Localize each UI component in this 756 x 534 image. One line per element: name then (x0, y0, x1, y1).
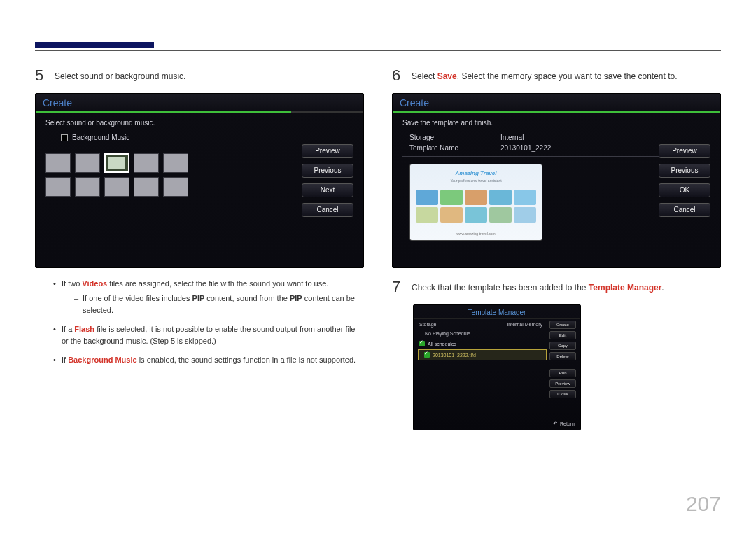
notes-list: If two Videos files are assigned, select… (35, 278, 364, 373)
template-name-label: Template Name (410, 144, 479, 152)
left-column: 5 Select sound or background music. Crea… (35, 66, 364, 492)
previous-button[interactable]: Previous (659, 164, 710, 178)
note-pip: If one of the video files includes PIP c… (74, 293, 364, 316)
preview-footer: www.amazing-travel.com (410, 232, 542, 236)
step-7: 7 Check that the template has been added… (392, 278, 721, 296)
storage-value: Internal (500, 134, 524, 141)
ok-button[interactable]: OK (659, 183, 710, 197)
progress-track (393, 111, 720, 113)
step-5-text: Select sound or background music. (55, 66, 186, 83)
preview-title: Amazing Travel (410, 170, 542, 176)
music-thumb[interactable] (75, 177, 100, 197)
tm-run-button[interactable]: Run (550, 369, 576, 377)
checkbox-label: Background Music (72, 134, 130, 141)
background-music-checkbox[interactable]: Background Music (61, 134, 354, 141)
storage-label: Storage (410, 134, 479, 141)
header-accent (35, 42, 154, 48)
step-7-number: 7 (392, 278, 403, 296)
right-column: 6 Select Save. Select the memory space y… (392, 66, 721, 492)
music-thumb[interactable] (134, 153, 159, 173)
step-7-text: Check that the template has been added t… (412, 278, 664, 294)
step-6-text: Select Save. Select the memory space you… (412, 66, 678, 83)
step-5-number: 5 (35, 66, 46, 85)
page-number: 207 (686, 492, 721, 516)
note-flash: If a Flash file is selected, it is not p… (53, 323, 364, 347)
tm-return[interactable]: Return (553, 421, 575, 427)
preview-subtitle: Your professional travel assistant (410, 178, 542, 183)
tm-close-button[interactable]: Close (550, 390, 576, 398)
music-thumb[interactable] (104, 177, 130, 197)
tm-storage-value: Internal Memory (507, 322, 542, 327)
music-thumb[interactable] (163, 177, 188, 197)
cancel-button[interactable]: Cancel (302, 203, 354, 217)
create-panel-save: Create Save the template and finish. Sto… (392, 93, 721, 268)
music-thumb[interactable] (75, 153, 100, 173)
preview-button[interactable]: Preview (302, 144, 354, 158)
panel-instruction: Save the template and finish. (402, 119, 710, 127)
template-manager-panel: Template Manager Storage Internal Memory… (413, 304, 581, 430)
previous-button[interactable]: Previous (302, 164, 354, 178)
note-bgmusic: If Background Music is enabled, the soun… (53, 354, 364, 366)
tm-storage-label: Storage (419, 322, 437, 327)
progress-fill (393, 111, 720, 113)
tm-selected-row[interactable]: 20130101_2222.tlfd (418, 349, 547, 360)
panel-title: Create (400, 97, 429, 108)
tm-create-button[interactable]: Create (550, 321, 576, 329)
tm-edit-button[interactable]: Edit (550, 331, 576, 339)
tm-file-name: 20130101_2222.tlfd (433, 353, 476, 358)
step-5: 5 Select sound or background music. (35, 66, 364, 85)
tm-all-label: All schedules (428, 342, 456, 346)
music-thumb-selected[interactable] (104, 153, 130, 173)
checkbox-icon (61, 134, 68, 141)
template-preview-image: Amazing Travel Your professional travel … (410, 164, 542, 241)
music-thumb[interactable] (46, 153, 71, 173)
check-icon (424, 352, 430, 358)
preview-button[interactable]: Preview (659, 144, 710, 158)
tm-delete-button[interactable]: Delete (550, 352, 576, 360)
tm-title: Template Manager (414, 305, 580, 319)
create-panel-music: Create Select sound or background music.… (35, 93, 364, 268)
storage-row: Storage Internal (410, 134, 710, 141)
note-videos: If two Videos files are assigned, select… (53, 278, 364, 316)
step-6-number: 6 (392, 66, 403, 85)
music-thumb[interactable] (46, 177, 71, 197)
tm-preview-button[interactable]: Preview (550, 379, 576, 388)
progress-track (36, 111, 363, 113)
music-thumb[interactable] (134, 177, 159, 197)
step-6: 6 Select Save. Select the memory space y… (392, 66, 721, 85)
check-icon (419, 341, 425, 346)
template-name-value: 20130101_2222 (500, 144, 551, 152)
panel-instruction: Select sound or background music. (46, 119, 354, 127)
header-rule (35, 50, 721, 51)
cancel-button[interactable]: Cancel (659, 203, 710, 217)
panel-title: Create (43, 97, 72, 108)
progress-fill (36, 111, 291, 113)
next-button[interactable]: Next (302, 183, 354, 197)
tm-all-schedules-row[interactable]: All schedules (414, 339, 547, 349)
music-thumb[interactable] (163, 153, 188, 173)
tm-copy-button[interactable]: Copy (550, 342, 576, 350)
